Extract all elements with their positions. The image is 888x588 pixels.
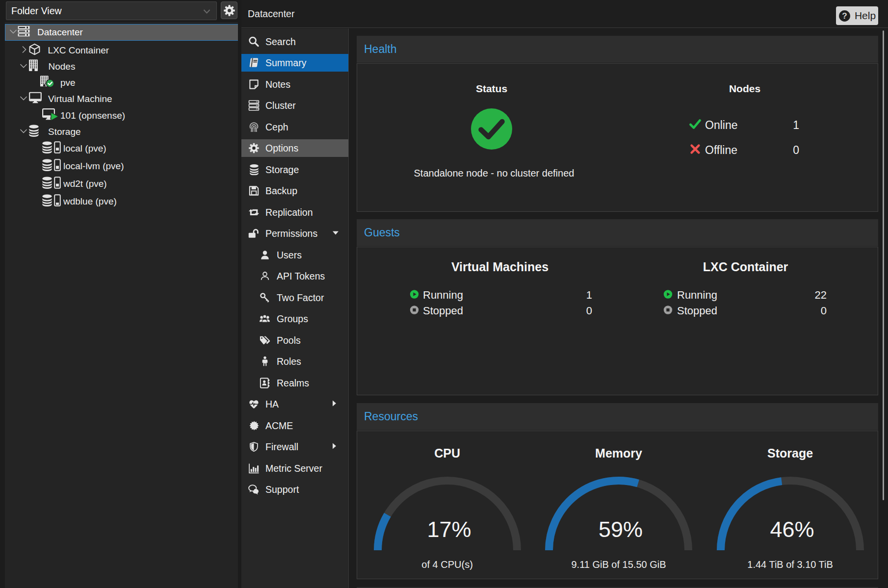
svg-text:?: ?	[842, 11, 847, 21]
